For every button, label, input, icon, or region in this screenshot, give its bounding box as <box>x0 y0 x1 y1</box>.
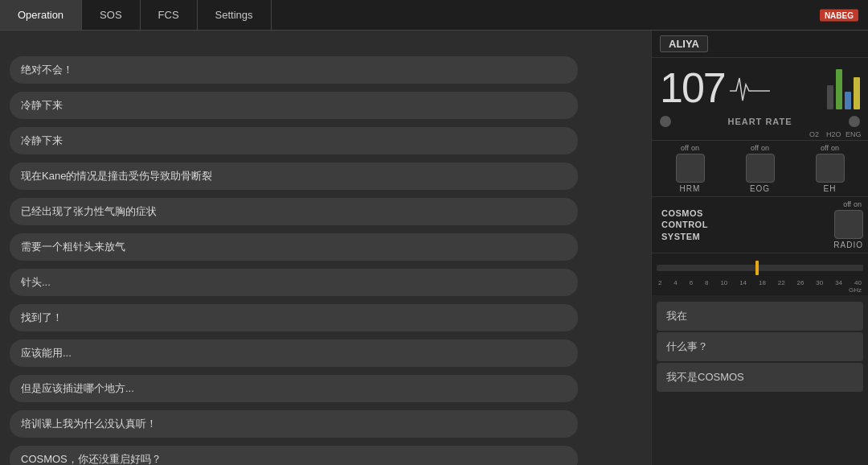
list-item[interactable]: 现在Kane的情况是撞击受伤导致助骨断裂 <box>10 163 578 190</box>
response-item-0[interactable]: 我在 <box>657 302 863 331</box>
tab-sos[interactable]: SOS <box>82 0 140 30</box>
main-layout: 绝对不会！ 冷静下来 冷静下来 现在Kane的情况是撞击受伤导致助骨断裂 已经出… <box>0 31 868 465</box>
monitor-header: ALIYA <box>652 31 868 58</box>
hrm-toggle[interactable] <box>676 154 705 183</box>
sub-label-o2: O2 <box>807 130 821 138</box>
list-item[interactable]: 需要一个粗针头来放气 <box>10 233 578 261</box>
eh-toggle[interactable] <box>816 154 845 183</box>
vert-bar-3 <box>845 92 851 109</box>
hrm-on-off-labels: off on <box>681 144 699 152</box>
list-item[interactable]: COSMOS，你还没重启好吗？ <box>10 446 578 465</box>
patient-name: ALIYA <box>660 35 708 52</box>
list-item[interactable]: 已经出现了张力性气胸的症状 <box>10 198 578 225</box>
toggle-group-eh: off on EH <box>796 144 863 193</box>
ecg-wave <box>730 75 770 107</box>
eog-on-off-labels: off on <box>751 144 769 152</box>
freq-track[interactable] <box>657 265 863 271</box>
vert-bar-2 <box>836 69 842 109</box>
radio-on-off-labels: off on <box>843 200 863 208</box>
list-item[interactable]: 冷静下来 <box>10 127 578 154</box>
top-nav: Operation SOS FCS Settings NABEG <box>0 0 868 31</box>
hr-dot-left <box>660 116 671 127</box>
hrm-label: HRM <box>680 184 701 193</box>
hr-label-row: HEART RATE <box>652 114 868 130</box>
tab-fcs[interactable]: FCS <box>141 0 198 30</box>
list-item[interactable]: 冷静下来 <box>10 92 578 119</box>
list-item[interactable]: 但是应该插进哪个地方... <box>10 375 578 402</box>
freq-marker <box>755 261 759 275</box>
freq-scale <box>657 257 863 279</box>
eh-on-off-labels: off on <box>821 144 839 152</box>
hr-sub-labels: O2 H2O ENG <box>652 130 868 140</box>
eh-label: EH <box>824 184 837 193</box>
cosmos-text: COSMOSCONTROLSYSTEM <box>661 208 725 242</box>
radio-label: RADIO <box>833 241 863 249</box>
radio-section: off on RADIO <box>800 200 863 249</box>
sub-label-eng: ENG <box>845 130 860 138</box>
vert-bar-1 <box>827 85 833 109</box>
freq-numbers: 2 4 6 8 10 14 18 22 26 30 34 40 <box>657 279 863 286</box>
heart-rate-value: 107 <box>660 67 725 109</box>
toggle-row: off on HRM off on EOG <box>652 140 868 196</box>
response-panel: 我在 什么事？ 我不是COSMOS <box>652 295 868 465</box>
list-item[interactable]: 绝对不会！ <box>10 56 578 84</box>
hr-dot-right <box>849 116 860 127</box>
vert-bar-4 <box>854 77 860 109</box>
right-panel: ALIYA 107 <box>651 31 868 465</box>
toggle-group-eog: off on EOG <box>727 144 793 193</box>
sub-label-h2o: H2O <box>826 130 841 138</box>
heart-rate-label: HEART RATE <box>678 117 842 126</box>
toggle-group-hrm: off on HRM <box>657 144 723 193</box>
cosmos-label: COSMOSCONTROLSYSTEM <box>657 200 730 249</box>
list-item[interactable]: 找到了！ <box>10 304 578 331</box>
chat-panel: 绝对不会！ 冷静下来 冷静下来 现在Kane的情况是撞击受伤导致助骨断裂 已经出… <box>0 31 651 465</box>
radio-toggle[interactable] <box>834 210 863 239</box>
list-item[interactable]: 针头... <box>10 269 578 296</box>
frequency-slider-container: 2 4 6 8 10 14 18 22 26 30 34 40 GHz <box>652 253 868 295</box>
vert-bars <box>827 61 860 109</box>
hr-display: 107 <box>652 58 868 114</box>
response-item-1[interactable]: 什么事？ <box>657 332 863 361</box>
tab-operation[interactable]: Operation <box>0 0 82 30</box>
nav-logo: NABEG <box>820 9 858 21</box>
freq-unit: GHz <box>657 286 863 294</box>
eog-label: EOG <box>750 184 770 193</box>
list-item[interactable]: 应该能用... <box>10 339 578 367</box>
list-item[interactable]: 培训课上我为什么没认真听！ <box>10 410 578 438</box>
eog-toggle[interactable] <box>746 154 775 183</box>
tab-settings[interactable]: Settings <box>198 0 272 30</box>
response-item-2[interactable]: 我不是COSMOS <box>657 363 863 392</box>
cosmos-radio-row: COSMOSCONTROLSYSTEM off on RADIO <box>652 196 868 253</box>
monitor-section: ALIYA 107 <box>652 31 868 295</box>
